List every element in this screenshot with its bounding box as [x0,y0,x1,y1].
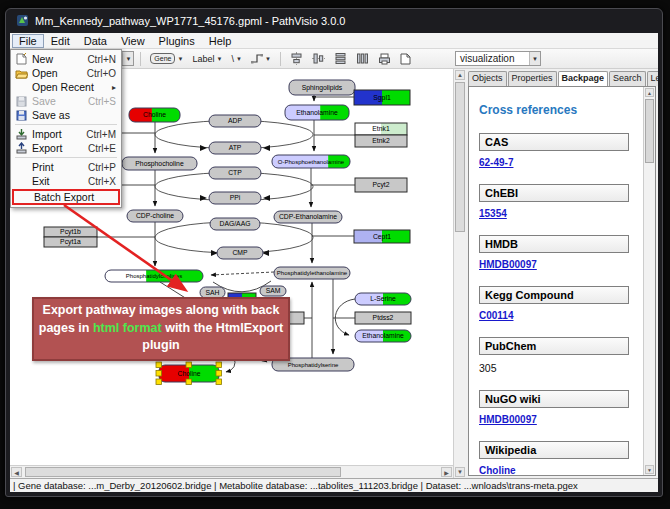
menu-item-save-as[interactable]: Save as [12,108,120,122]
xref-link[interactable]: 62-49-7 [479,157,633,168]
pathway-node-etnk1[interactable]: Etnk1 [355,123,407,135]
pathway-node-o-phosphoethanolamine[interactable]: O-Phosphoethanolamine [272,155,350,168]
pathway-node-etnk2[interactable]: Etnk2 [355,135,407,147]
vertical-scroll-thumb[interactable] [455,82,465,232]
menu-item-new[interactable]: New Ctrl+N [12,52,120,66]
pathway-node-pcyt1b[interactable]: Pcyt1b [44,227,97,237]
gene-tool-button[interactable]: Gene ▼ [147,51,186,67]
print-button[interactable] [375,51,394,67]
pathway-node-cmp[interactable]: CMP [217,247,263,259]
xref-link[interactable]: HMDB00097 [479,414,633,425]
tab-objects[interactable]: Objects [468,71,507,86]
menu-item-save[interactable]: Save Ctrl+S [12,94,120,108]
menu-file[interactable]: File [12,34,44,48]
tab-backpage[interactable]: Backpage [558,71,609,86]
canvas-horizontal-scrollbar[interactable]: ◀ ▶ [10,465,453,478]
pathway-node-choline[interactable]: Choline [129,108,180,122]
canvas-vertical-scrollbar[interactable]: ▲ ▼ [453,69,466,478]
label-tool-button[interactable]: Label ▼ [189,51,225,67]
visualization-combobox[interactable]: visualization ▼ [455,51,541,66]
scroll-up-icon[interactable]: ▲ [455,70,465,80]
pathway-node-sgpl1[interactable]: Sgpl1 [354,90,410,105]
tab-search[interactable]: Search [609,71,646,86]
menu-item-open-recent[interactable]: Open Recent ▸ [12,80,120,94]
selection-handle[interactable] [216,362,222,368]
stack-vertical-button[interactable] [353,51,372,67]
pathway-node-sam[interactable]: SAM [260,286,286,296]
pathway-node-ppi[interactable]: PPi [209,192,261,204]
xref-link[interactable]: C00114 [479,310,633,321]
pathway-node-phosphatidylethanolamine[interactable]: Phosphatidylethanolamine [274,267,350,279]
pathway-node-cdp-ethanolamine[interactable]: CDP-Ethanolamine [274,211,342,223]
selection-handle[interactable] [216,379,222,385]
menu-item-open[interactable]: Open Ctrl+O [12,66,120,80]
pathway-node-pcyt2[interactable]: Pcyt2 [355,178,407,192]
save-as-icon [15,110,28,121]
title-bar[interactable]: Mm_Kennedy_pathway_WP1771_45176.gpml - P… [6,9,662,32]
horizontal-scroll-thumb[interactable] [25,467,341,477]
selection-handle[interactable] [186,362,192,368]
selection-handle[interactable] [156,379,162,385]
pathway-node-dag-aag[interactable]: DAG/AAG [210,218,260,230]
pathway-node-ethanolamine[interactable]: Ethanolamine [285,105,349,120]
pathway-node-adp[interactable]: ADP [209,115,261,127]
menu-view[interactable]: View [114,34,152,48]
pathway-node-l-serine[interactable]: L-Serine [355,293,411,305]
selection-handle[interactable] [156,362,162,368]
pathway-node-pcyt1a[interactable]: Pcyt1a [44,237,97,247]
menu-item-export[interactable]: Export Ctrl+E [12,141,120,155]
pathway-node-ethanolamine[interactable]: Ethanolamine [355,330,411,342]
page-setup-button[interactable] [397,51,414,67]
pathway-node-sphingolipids[interactable]: Sphingolipids [289,80,355,95]
selection-handle[interactable] [216,371,222,377]
gene-node-icon: Gene [150,53,175,64]
menu-item-exit[interactable]: Exit Ctrl+X [12,174,120,188]
backpage-panel: Cross references CAS62-49-7ChEBI15354HMD… [468,86,656,476]
pathway-node-phosphatidylcholines[interactable]: Phosphatidylcholines [105,270,203,282]
svg-text:ATP: ATP [229,144,242,151]
xref-header: PubChem [479,337,629,355]
xref-link[interactable]: Choline [479,465,633,476]
pathway-node-choline[interactable]: Choline [156,362,222,385]
menu-item-batch-export[interactable]: Batch Export [12,189,120,205]
selection-handle[interactable] [186,379,192,385]
xref-link[interactable]: 15354 [479,208,633,219]
pathway-node-ctp[interactable]: CTP [209,167,261,179]
menu-item-import[interactable]: Import Ctrl+M [12,127,120,141]
connector-tool-button[interactable]: ▼ [248,51,274,67]
svg-text:SAH: SAH [206,289,220,296]
xref-link[interactable]: HMDB00097 [479,259,633,270]
pathway-node-atp[interactable]: ATP [209,142,261,154]
menu-plugins[interactable]: Plugins [152,34,202,48]
stack-horizontal-button[interactable] [331,51,350,67]
line-tool-button[interactable]: \ ▼ [228,51,244,67]
pathway-node-cept1[interactable]: Cept1 [354,230,410,243]
svg-text:SAM: SAM [266,287,281,294]
menu-item-print[interactable]: Print Ctrl+P [12,160,120,174]
svg-text:Choline: Choline [143,111,166,118]
pathway-node-ptdss2[interactable]: Ptdss2 [355,312,411,324]
align-center-x-button[interactable] [287,51,306,67]
scroll-down-icon[interactable]: ▼ [645,465,654,474]
caret-icon[interactable]: ▼ [529,52,540,65]
menu-edit[interactable]: Edit [44,34,77,48]
scroll-up-icon[interactable]: ▲ [645,88,654,97]
svg-text:PPi: PPi [230,194,241,201]
selection-handle[interactable] [156,371,162,377]
scroll-left-icon[interactable]: ◀ [11,467,22,477]
tab-legend[interactable]: Legend [647,71,658,86]
scroll-right-icon[interactable]: ▶ [441,467,452,477]
menu-help[interactable]: Help [202,34,239,48]
pathway-node-phosphocholine[interactable]: Phosphocholine [122,157,197,170]
scroll-down-icon[interactable]: ▼ [455,467,465,477]
tab-properties[interactable]: Properties [508,71,557,86]
svg-text:CDP-choline: CDP-choline [136,212,174,219]
app-icon [16,14,29,27]
panel-scroll-thumb[interactable] [645,99,654,163]
panel-scrollbar[interactable]: ▲ ▼ [643,87,655,475]
caret-icon[interactable]: ▼ [122,52,133,65]
align-center-y-button[interactable] [309,51,328,67]
menu-data[interactable]: Data [77,34,114,48]
caret-icon: ▼ [236,56,242,62]
pathway-node-cdp-choline[interactable]: CDP-choline [127,210,183,222]
